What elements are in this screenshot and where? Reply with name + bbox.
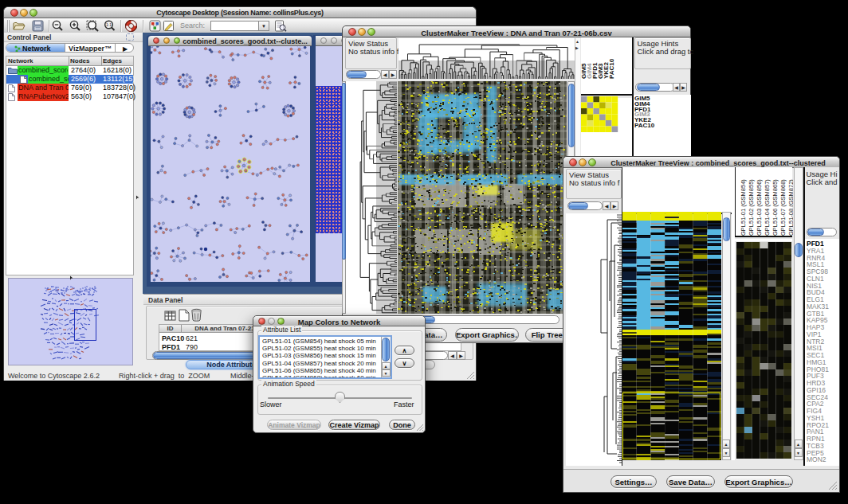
svg-text:GPL51-04 (GSM857): GPL51-04 (GSM857) (764, 179, 771, 236)
svg-text:1:1: 1:1 (106, 22, 112, 27)
svg-text:GPL51-06 (GSM865): GPL51-06 (GSM865) (771, 179, 779, 236)
svg-text:GPL51-01 (GSM854): GPL51-01 (GSM854) (740, 179, 747, 236)
svg-text:GPL51-07 (GSM868): GPL51-07 (GSM868) (779, 179, 787, 236)
svg-text:GPL51-02 (GSM855): GPL51-02 (GSM855) (748, 179, 755, 236)
svg-text:GPL51-08 (GSM872): GPL51-08 (GSM872) (787, 179, 793, 236)
svg-text:GPL51-03 (GSM856): GPL51-03 (GSM856) (756, 179, 763, 236)
svg-text:PAC10: PAC10 (608, 58, 615, 79)
